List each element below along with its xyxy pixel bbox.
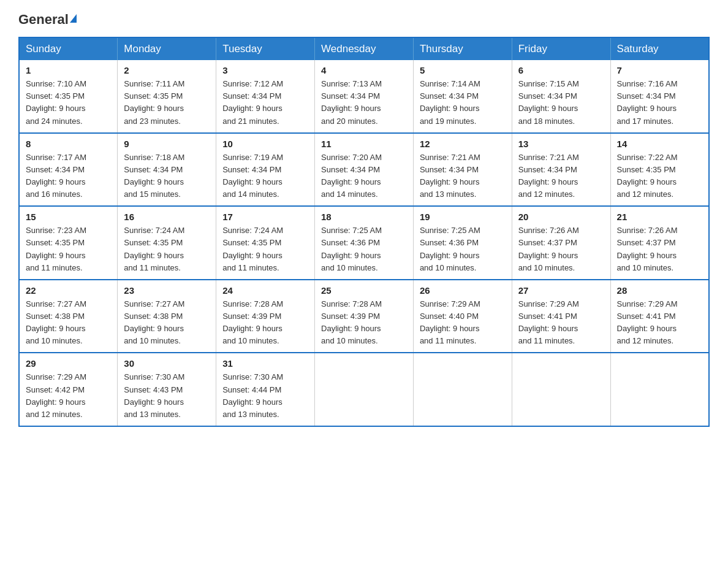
day-number: 12 — [420, 139, 506, 149]
calendar-cell: 8Sunrise: 7:17 AMSunset: 4:34 PMDaylight… — [19, 133, 118, 207]
calendar-cell: 12Sunrise: 7:21 AMSunset: 4:34 PMDayligh… — [413, 133, 512, 207]
calendar-cell: 10Sunrise: 7:19 AMSunset: 4:34 PMDayligh… — [216, 133, 315, 207]
day-info: Sunrise: 7:17 AMSunset: 4:34 PMDaylight:… — [26, 151, 111, 201]
weekday-header-thursday: Thursday — [413, 37, 512, 60]
day-info: Sunrise: 7:25 AMSunset: 4:36 PMDaylight:… — [420, 224, 506, 274]
calendar-cell: 11Sunrise: 7:20 AMSunset: 4:34 PMDayligh… — [315, 133, 414, 207]
day-info: Sunrise: 7:13 AMSunset: 4:34 PMDaylight:… — [321, 78, 407, 128]
day-number: 2 — [124, 65, 210, 75]
calendar-cell: 26Sunrise: 7:29 AMSunset: 4:40 PMDayligh… — [413, 280, 512, 353]
day-number: 19 — [420, 212, 506, 222]
weekday-header-saturday: Saturday — [610, 37, 709, 60]
day-number: 28 — [617, 285, 702, 296]
day-info: Sunrise: 7:26 AMSunset: 4:37 PMDaylight:… — [518, 224, 604, 274]
calendar-cell: 3Sunrise: 7:12 AMSunset: 4:34 PMDaylight… — [216, 60, 315, 133]
calendar-cell: 30Sunrise: 7:30 AMSunset: 4:43 PMDayligh… — [118, 353, 216, 426]
calendar-cell — [610, 353, 709, 426]
day-info: Sunrise: 7:24 AMSunset: 4:35 PMDaylight:… — [124, 224, 210, 274]
day-number: 26 — [420, 285, 506, 296]
calendar-cell: 31Sunrise: 7:30 AMSunset: 4:44 PMDayligh… — [216, 353, 315, 426]
calendar-cell: 9Sunrise: 7:18 AMSunset: 4:34 PMDaylight… — [118, 133, 216, 207]
calendar-cell — [512, 353, 610, 426]
day-number: 29 — [26, 358, 111, 369]
calendar-cell: 6Sunrise: 7:15 AMSunset: 4:34 PMDaylight… — [512, 60, 610, 133]
day-info: Sunrise: 7:11 AMSunset: 4:35 PMDaylight:… — [124, 78, 210, 128]
day-number: 4 — [321, 65, 407, 75]
day-info: Sunrise: 7:27 AMSunset: 4:38 PMDaylight:… — [26, 298, 111, 348]
day-info: Sunrise: 7:24 AMSunset: 4:35 PMDaylight:… — [222, 224, 308, 274]
page-header: General — [18, 12, 710, 26]
day-number: 16 — [124, 212, 210, 222]
day-info: Sunrise: 7:28 AMSunset: 4:39 PMDaylight:… — [222, 298, 308, 348]
logo: General — [18, 12, 77, 26]
day-info: Sunrise: 7:20 AMSunset: 4:34 PMDaylight:… — [321, 151, 407, 201]
calendar-week-row: 15Sunrise: 7:23 AMSunset: 4:35 PMDayligh… — [19, 206, 709, 280]
day-number: 22 — [26, 285, 111, 296]
weekday-header-wednesday: Wednesday — [315, 37, 414, 60]
day-number: 25 — [321, 285, 407, 296]
weekday-header-friday: Friday — [512, 37, 610, 60]
day-number: 14 — [617, 139, 702, 149]
calendar-cell: 14Sunrise: 7:22 AMSunset: 4:35 PMDayligh… — [610, 133, 709, 207]
day-info: Sunrise: 7:15 AMSunset: 4:34 PMDaylight:… — [518, 78, 604, 128]
calendar-cell: 27Sunrise: 7:29 AMSunset: 4:41 PMDayligh… — [512, 280, 610, 353]
day-number: 31 — [222, 358, 308, 369]
day-number: 23 — [124, 285, 210, 296]
calendar-cell: 23Sunrise: 7:27 AMSunset: 4:38 PMDayligh… — [118, 280, 216, 353]
day-number: 7 — [617, 65, 702, 75]
day-info: Sunrise: 7:29 AMSunset: 4:42 PMDaylight:… — [26, 371, 111, 421]
day-info: Sunrise: 7:30 AMSunset: 4:43 PMDaylight:… — [124, 371, 210, 421]
weekday-header-monday: Monday — [118, 37, 216, 60]
day-number: 15 — [26, 212, 111, 222]
calendar-cell: 15Sunrise: 7:23 AMSunset: 4:35 PMDayligh… — [19, 206, 118, 280]
calendar-cell: 4Sunrise: 7:13 AMSunset: 4:34 PMDaylight… — [315, 60, 414, 133]
weekday-header-sunday: Sunday — [19, 37, 118, 60]
day-info: Sunrise: 7:29 AMSunset: 4:41 PMDaylight:… — [617, 298, 702, 348]
calendar-cell: 28Sunrise: 7:29 AMSunset: 4:41 PMDayligh… — [610, 280, 709, 353]
calendar-cell: 21Sunrise: 7:26 AMSunset: 4:37 PMDayligh… — [610, 206, 709, 280]
day-number: 8 — [26, 139, 111, 149]
calendar-week-row: 1Sunrise: 7:10 AMSunset: 4:35 PMDaylight… — [19, 60, 709, 133]
day-number: 10 — [222, 139, 308, 149]
calendar-cell: 1Sunrise: 7:10 AMSunset: 4:35 PMDaylight… — [19, 60, 118, 133]
day-info: Sunrise: 7:14 AMSunset: 4:34 PMDaylight:… — [420, 78, 506, 128]
weekday-header-row: SundayMondayTuesdayWednesdayThursdayFrid… — [19, 37, 709, 60]
day-info: Sunrise: 7:27 AMSunset: 4:38 PMDaylight:… — [124, 298, 210, 348]
day-info: Sunrise: 7:19 AMSunset: 4:34 PMDaylight:… — [222, 151, 308, 201]
day-info: Sunrise: 7:10 AMSunset: 4:35 PMDaylight:… — [26, 78, 111, 128]
day-info: Sunrise: 7:29 AMSunset: 4:41 PMDaylight:… — [518, 298, 604, 348]
calendar-cell: 18Sunrise: 7:25 AMSunset: 4:36 PMDayligh… — [315, 206, 414, 280]
calendar-cell: 19Sunrise: 7:25 AMSunset: 4:36 PMDayligh… — [413, 206, 512, 280]
day-number: 30 — [124, 358, 210, 369]
day-info: Sunrise: 7:30 AMSunset: 4:44 PMDaylight:… — [222, 371, 308, 421]
calendar-table: SundayMondayTuesdayWednesdayThursdayFrid… — [18, 37, 710, 427]
logo-line1: General — [18, 12, 77, 27]
calendar-cell — [315, 353, 414, 426]
weekday-header-tuesday: Tuesday — [216, 37, 315, 60]
calendar-cell: 20Sunrise: 7:26 AMSunset: 4:37 PMDayligh… — [512, 206, 610, 280]
calendar-cell — [413, 353, 512, 426]
day-number: 13 — [518, 139, 604, 149]
calendar-cell: 13Sunrise: 7:21 AMSunset: 4:34 PMDayligh… — [512, 133, 610, 207]
day-number: 6 — [518, 65, 604, 75]
day-number: 20 — [518, 212, 604, 222]
calendar-week-row: 22Sunrise: 7:27 AMSunset: 4:38 PMDayligh… — [19, 280, 709, 353]
day-number: 17 — [222, 212, 308, 222]
day-info: Sunrise: 7:23 AMSunset: 4:35 PMDaylight:… — [26, 224, 111, 274]
calendar-cell: 29Sunrise: 7:29 AMSunset: 4:42 PMDayligh… — [19, 353, 118, 426]
calendar-cell: 16Sunrise: 7:24 AMSunset: 4:35 PMDayligh… — [118, 206, 216, 280]
day-info: Sunrise: 7:12 AMSunset: 4:34 PMDaylight:… — [222, 78, 308, 128]
day-number: 5 — [420, 65, 506, 75]
day-number: 1 — [26, 65, 111, 75]
day-info: Sunrise: 7:16 AMSunset: 4:34 PMDaylight:… — [617, 78, 702, 128]
day-number: 21 — [617, 212, 702, 222]
calendar-cell: 25Sunrise: 7:28 AMSunset: 4:39 PMDayligh… — [315, 280, 414, 353]
day-number: 18 — [321, 212, 407, 222]
calendar-cell: 24Sunrise: 7:28 AMSunset: 4:39 PMDayligh… — [216, 280, 315, 353]
day-info: Sunrise: 7:22 AMSunset: 4:35 PMDaylight:… — [617, 151, 702, 201]
calendar-cell: 5Sunrise: 7:14 AMSunset: 4:34 PMDaylight… — [413, 60, 512, 133]
day-number: 9 — [124, 139, 210, 149]
day-info: Sunrise: 7:29 AMSunset: 4:40 PMDaylight:… — [420, 298, 506, 348]
logo-triangle-icon — [70, 14, 77, 23]
day-number: 24 — [222, 285, 308, 296]
